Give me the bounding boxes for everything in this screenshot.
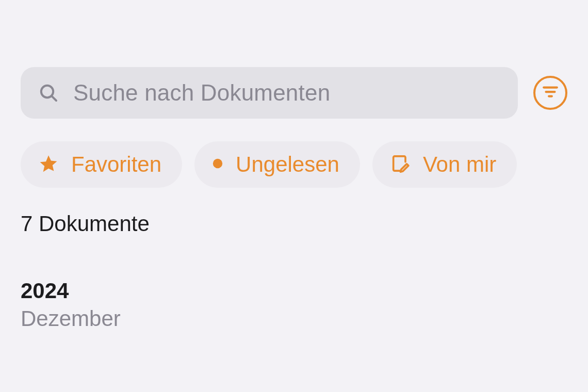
star-icon [38,153,59,176]
filter-icon [542,83,559,103]
chip-mine-label: Von mir [423,152,496,177]
document-count-label: 7 Dokumente [21,211,567,236]
svg-point-5 [213,159,222,168]
search-input[interactable]: Suche nach Dokumenten [21,67,518,119]
search-icon [38,83,59,103]
content-area: Suche nach Dokumenten Favoriten [0,0,588,331]
filter-button[interactable] [533,76,567,110]
chip-favorites-label: Favoriten [71,152,161,177]
search-placeholder: Suche nach Dokumenten [73,80,330,106]
filter-chips-row: Favoriten Ungelesen Von mir [21,141,567,188]
svg-line-1 [52,96,56,101]
search-row: Suche nach Dokumenten [21,67,567,119]
chip-mine[interactable]: Von mir [372,141,517,188]
chip-unread-label: Ungelesen [236,152,339,177]
group-year-label: 2024 [21,279,567,303]
group-month-label: Dezember [21,306,567,331]
chip-favorites[interactable]: Favoriten [21,141,182,188]
edit-document-icon [390,153,411,176]
chip-unread[interactable]: Ungelesen [194,141,360,188]
dot-icon [212,158,223,171]
